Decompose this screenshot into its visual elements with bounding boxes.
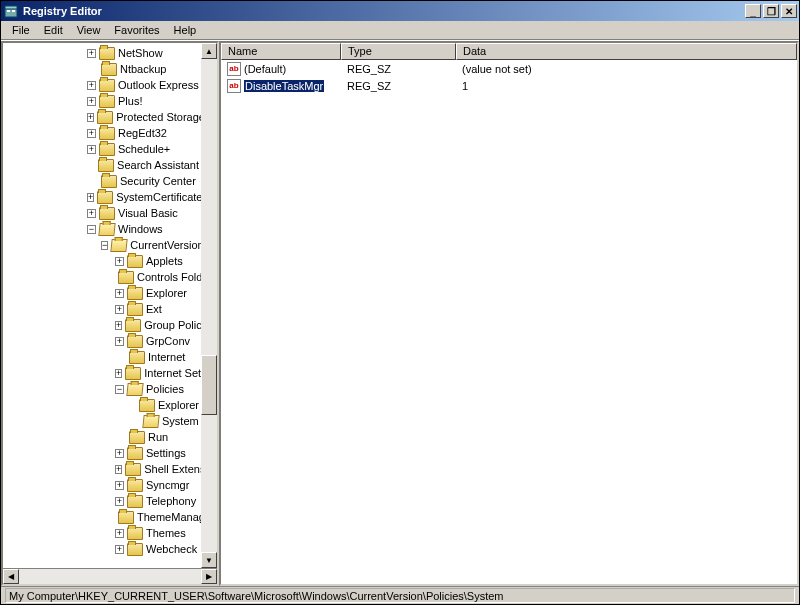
tree-item[interactable]: Controls Folder xyxy=(3,269,201,285)
tree-item[interactable]: +Telephony xyxy=(3,493,201,509)
minimize-button[interactable]: _ xyxy=(745,4,761,18)
folder-closed-icon xyxy=(127,495,143,508)
folder-closed-icon xyxy=(127,287,143,300)
collapse-icon[interactable]: − xyxy=(87,225,96,234)
svg-rect-3 xyxy=(12,10,15,12)
tree-item[interactable]: +Protected Storage System Provider xyxy=(3,109,201,125)
expand-icon[interactable]: + xyxy=(115,321,122,330)
tree-item[interactable]: ThemeManager xyxy=(3,509,201,525)
tree-item[interactable]: Internet xyxy=(3,349,201,365)
expand-icon[interactable]: + xyxy=(115,465,122,474)
scroll-down-button[interactable]: ▼ xyxy=(201,552,217,568)
tree-item[interactable]: +RegEdt32 xyxy=(3,125,201,141)
svg-rect-2 xyxy=(7,10,10,12)
list-body[interactable]: ab(Default)REG_SZ(value not set)abDisabl… xyxy=(221,60,797,584)
col-name[interactable]: Name xyxy=(221,43,341,60)
tree-vscrollbar[interactable]: ▲ ▼ xyxy=(201,43,217,568)
tree-item[interactable]: −CurrentVersion xyxy=(3,237,201,253)
expand-icon[interactable]: + xyxy=(87,145,96,154)
tree-item-label: Windows xyxy=(118,221,163,237)
tree-item[interactable]: Search Assistant xyxy=(3,157,201,173)
tree-item[interactable]: +Syncmgr xyxy=(3,477,201,493)
folder-open-icon xyxy=(111,239,128,252)
expand-icon[interactable]: + xyxy=(87,81,96,90)
menu-edit[interactable]: Edit xyxy=(37,22,70,38)
expand-icon[interactable]: + xyxy=(115,449,124,458)
tree-item[interactable]: −Windows xyxy=(3,221,201,237)
expand-icon[interactable]: + xyxy=(115,369,122,378)
tree-item-label: Protected Storage System Provider xyxy=(116,109,201,125)
tree-item[interactable]: +Internet Settings xyxy=(3,365,201,381)
menu-view[interactable]: View xyxy=(70,22,108,38)
tree-scroll[interactable]: +NetShowNtbackup+Outlook Express+Plus!+P… xyxy=(3,43,201,568)
list-row[interactable]: abDisableTaskMgrREG_SZ1 xyxy=(221,77,797,94)
tree-item[interactable]: −Policies xyxy=(3,381,201,397)
folder-closed-icon xyxy=(99,79,115,92)
tree-item[interactable]: +Webcheck xyxy=(3,541,201,557)
tree-item[interactable]: +Visual Basic xyxy=(3,205,201,221)
scroll-left-button[interactable]: ◀ xyxy=(3,569,19,584)
tree-hscrollbar[interactable]: ◀ ▶ xyxy=(3,568,217,584)
tree-item-label: GrpConv xyxy=(146,333,190,349)
folder-closed-icon xyxy=(125,319,141,332)
tree-item[interactable]: +Ext xyxy=(3,301,201,317)
tree-item-label: Ext xyxy=(146,301,162,317)
scroll-right-button[interactable]: ▶ xyxy=(201,569,217,584)
tree-item[interactable]: +Schedule+ xyxy=(3,141,201,157)
menu-help[interactable]: Help xyxy=(167,22,204,38)
tree-item-label: Schedule+ xyxy=(118,141,170,157)
tree-item[interactable]: +GrpConv xyxy=(3,333,201,349)
collapse-icon[interactable]: − xyxy=(101,241,108,250)
scroll-thumb[interactable] xyxy=(201,355,217,415)
tree-item-label: Ntbackup xyxy=(120,61,166,77)
expand-icon[interactable]: + xyxy=(87,193,94,202)
close-button[interactable]: ✕ xyxy=(781,4,797,18)
tree-item[interactable]: Run xyxy=(3,429,201,445)
tree-item[interactable]: +Outlook Express xyxy=(3,77,201,93)
tree-item[interactable]: +Plus! xyxy=(3,93,201,109)
expand-icon[interactable]: + xyxy=(87,97,96,106)
col-data[interactable]: Data xyxy=(456,43,797,60)
expand-icon[interactable]: + xyxy=(115,289,124,298)
tree-item[interactable]: +Applets xyxy=(3,253,201,269)
tree-item[interactable]: Ntbackup xyxy=(3,61,201,77)
tree-item[interactable]: +SystemCertificates xyxy=(3,189,201,205)
expand-icon[interactable]: + xyxy=(87,209,96,218)
expand-icon[interactable]: + xyxy=(115,305,124,314)
tree-item[interactable]: +Themes xyxy=(3,525,201,541)
tree-item[interactable]: Explorer xyxy=(3,397,201,413)
tree-item[interactable]: +Shell Extensions xyxy=(3,461,201,477)
folder-closed-icon xyxy=(127,447,143,460)
content-area: +NetShowNtbackup+Outlook Express+Plus!+P… xyxy=(1,40,799,586)
list-row[interactable]: ab(Default)REG_SZ(value not set) xyxy=(221,60,797,77)
expand-icon[interactable]: + xyxy=(87,129,96,138)
menu-file[interactable]: File xyxy=(5,22,37,38)
expand-icon[interactable]: + xyxy=(115,337,124,346)
tree-item[interactable]: Security Center xyxy=(3,173,201,189)
expand-icon[interactable]: + xyxy=(87,113,94,122)
tree-item[interactable]: System xyxy=(3,413,201,429)
tree-item[interactable]: +Settings xyxy=(3,445,201,461)
maximize-button[interactable]: ❐ xyxy=(763,4,779,18)
expand-icon[interactable]: + xyxy=(115,545,124,554)
tree-item-label: NetShow xyxy=(118,45,163,61)
folder-closed-icon xyxy=(127,255,143,268)
tree-item[interactable]: +NetShow xyxy=(3,45,201,61)
expand-icon[interactable]: + xyxy=(115,257,124,266)
scroll-up-button[interactable]: ▲ xyxy=(201,43,217,59)
col-type[interactable]: Type xyxy=(341,43,456,60)
folder-closed-icon xyxy=(127,543,143,556)
menu-favorites[interactable]: Favorites xyxy=(107,22,166,38)
tree-item[interactable]: +Explorer xyxy=(3,285,201,301)
folder-closed-icon xyxy=(118,511,134,524)
expand-icon[interactable]: + xyxy=(115,481,124,490)
svg-rect-1 xyxy=(5,6,17,9)
tree-item-label: Visual Basic xyxy=(118,205,178,221)
tree-item[interactable]: +Group Policy xyxy=(3,317,201,333)
collapse-icon[interactable]: − xyxy=(115,385,124,394)
expand-icon[interactable]: + xyxy=(115,529,124,538)
expand-icon[interactable]: + xyxy=(87,49,96,58)
folder-closed-icon xyxy=(118,271,134,284)
expand-icon[interactable]: + xyxy=(115,497,124,506)
folder-closed-icon xyxy=(98,159,114,172)
